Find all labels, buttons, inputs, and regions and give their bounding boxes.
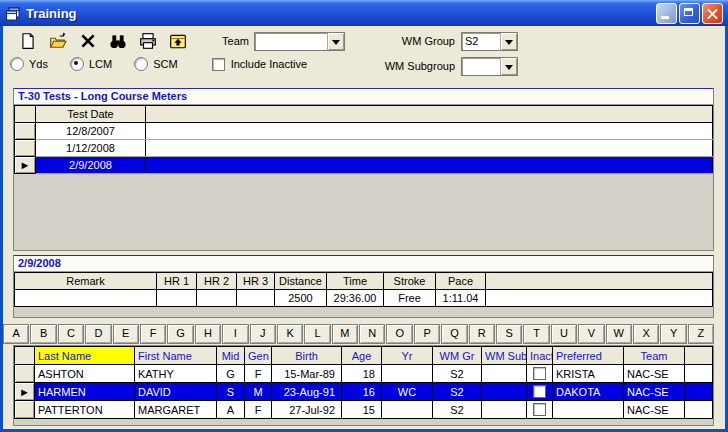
alphabet-button-h[interactable]: H <box>195 324 221 344</box>
swimmer-cell-wm_sub[interactable] <box>482 401 527 419</box>
swimmer-cell-yr[interactable]: WC <box>382 383 433 401</box>
detail-cell[interactable]: Free <box>384 290 436 307</box>
detail-cell[interactable]: 29:36.00 <box>327 290 384 307</box>
row-selector-cell[interactable] <box>15 123 36 140</box>
include-inactive-checkbox[interactable]: Include Inactive <box>212 58 307 71</box>
swimmer-cell-preferred[interactable] <box>553 401 624 419</box>
inactive-checkbox[interactable] <box>533 385 546 398</box>
column-header-mid[interactable]: Mid <box>217 347 245 365</box>
alphabet-button-f[interactable]: F <box>140 324 166 344</box>
column-header-yr[interactable]: Yr <box>382 347 433 365</box>
swimmer-cell-mid[interactable]: S <box>217 383 245 401</box>
swimmer-cell-team[interactable]: NAC-SE <box>624 383 685 401</box>
swimmer-cell-yr[interactable] <box>382 365 433 383</box>
test-date-row[interactable]: 12/8/2007 <box>15 123 713 140</box>
print-icon[interactable] <box>139 32 157 50</box>
alphabet-button-i[interactable]: I <box>222 324 248 344</box>
new-document-icon[interactable] <box>19 32 37 50</box>
swimmer-cell-wm_gr[interactable]: S2 <box>433 365 482 383</box>
column-header-wm-gr[interactable]: WM Gr <box>433 347 482 365</box>
chevron-down-icon[interactable] <box>327 33 344 50</box>
alphabet-button-e[interactable]: E <box>113 324 139 344</box>
alphabet-button-v[interactable]: V <box>578 324 604 344</box>
radio-yds[interactable]: Yds <box>10 57 48 71</box>
swimmer-cell-wm_sub[interactable] <box>482 365 527 383</box>
alphabet-button-s[interactable]: S <box>496 324 522 344</box>
test-date-column-header[interactable]: Test Date <box>36 106 146 123</box>
column-header-first-name[interactable]: First Name <box>135 347 217 365</box>
row-selector-cell[interactable] <box>15 401 35 419</box>
alphabet-button-p[interactable]: P <box>414 324 440 344</box>
test-date-row[interactable]: ►2/9/2008 <box>15 157 713 174</box>
column-header-age[interactable]: Age <box>342 347 382 365</box>
swimmer-cell-wm_sub[interactable] <box>482 383 527 401</box>
test-date-row[interactable]: 1/12/2008 <box>15 140 713 157</box>
alphabet-button-d[interactable]: D <box>85 324 111 344</box>
swimmer-cell-wm_gr[interactable]: S2 <box>433 383 482 401</box>
close-icon[interactable] <box>702 3 723 24</box>
column-header-wm-sub[interactable]: WM Sub <box>482 347 527 365</box>
row-selector-cell[interactable] <box>15 365 35 383</box>
team-combobox[interactable] <box>254 32 345 51</box>
alphabet-button-z[interactable]: Z <box>688 324 714 344</box>
alphabet-button-n[interactable]: N <box>359 324 385 344</box>
inactive-checkbox[interactable] <box>533 367 546 380</box>
minimize-icon[interactable] <box>656 3 677 24</box>
swimmer-cell-gen[interactable]: F <box>245 365 272 383</box>
swimmer-cell-yr[interactable] <box>382 401 433 419</box>
maximize-icon[interactable] <box>679 3 700 24</box>
swimmer-cell-inactive[interactable] <box>527 383 553 401</box>
alphabet-button-g[interactable]: G <box>167 324 193 344</box>
swimmer-cell-mid[interactable]: A <box>217 401 245 419</box>
detail-cell[interactable] <box>237 290 275 307</box>
swimmer-cell-preferred[interactable]: KRISTA <box>553 365 624 383</box>
column-header-team[interactable]: Team <box>624 347 685 365</box>
swimmer-cell-birth[interactable]: 23-Aug-91 <box>272 383 342 401</box>
detail-row[interactable]: 250029:36.00Free1:11.04 <box>15 290 713 307</box>
alphabet-button-q[interactable]: Q <box>441 324 467 344</box>
swimmer-cell-first[interactable]: MARGARET <box>135 401 217 419</box>
column-header-birth[interactable]: Birth <box>272 347 342 365</box>
test-date-cell[interactable]: 2/9/2008 <box>36 157 146 174</box>
test-date-cell[interactable]: 12/8/2007 <box>36 123 146 140</box>
swimmer-cell-age[interactable]: 16 <box>342 383 382 401</box>
swimmer-cell-first[interactable]: DAVID <box>135 383 217 401</box>
folder-up-icon[interactable] <box>169 32 187 50</box>
alphabet-button-b[interactable]: B <box>30 324 56 344</box>
wm-group-combobox[interactable]: S2 <box>461 32 518 51</box>
alphabet-button-u[interactable]: U <box>551 324 577 344</box>
swimmer-row[interactable]: ►HARMENDAVIDSM23-Aug-9116WCS2DAKOTANAC-S… <box>15 383 713 401</box>
swimmer-cell-last[interactable]: ASHTON <box>35 365 135 383</box>
row-selector-cell[interactable] <box>15 140 36 157</box>
alphabet-button-j[interactable]: J <box>250 324 276 344</box>
title-bar[interactable]: Training <box>0 0 728 26</box>
wm-subgroup-combobox[interactable] <box>461 57 518 76</box>
swimmer-cell-inactive[interactable] <box>527 401 553 419</box>
delete-icon[interactable] <box>79 32 97 50</box>
column-header-last-name[interactable]: Last Name <box>35 347 135 365</box>
swimmer-cell-gen[interactable]: F <box>245 401 272 419</box>
detail-cell[interactable]: 2500 <box>275 290 327 307</box>
alphabet-button-x[interactable]: X <box>633 324 659 344</box>
swimmer-cell-last[interactable]: HARMEN <box>35 383 135 401</box>
alphabet-button-w[interactable]: W <box>606 324 632 344</box>
swimmer-cell-team[interactable]: NAC-SE <box>624 365 685 383</box>
alphabet-button-m[interactable]: M <box>332 324 358 344</box>
detail-cell[interactable]: 1:11.04 <box>436 290 486 307</box>
alphabet-button-y[interactable]: Y <box>660 324 686 344</box>
alphabet-button-a[interactable]: A <box>3 324 29 344</box>
alphabet-button-r[interactable]: R <box>469 324 495 344</box>
swimmer-cell-age[interactable]: 15 <box>342 401 382 419</box>
swimmer-cell-last[interactable]: PATTERTON <box>35 401 135 419</box>
test-date-cell[interactable]: 1/12/2008 <box>36 140 146 157</box>
alphabet-button-o[interactable]: O <box>386 324 412 344</box>
find-binoculars-icon[interactable] <box>109 32 127 50</box>
swimmer-row[interactable]: ASHTONKATHYGF15-Mar-8918S2KRISTANAC-SE <box>15 365 713 383</box>
radio-lcm[interactable]: LCM <box>70 57 112 71</box>
detail-cell[interactable] <box>197 290 237 307</box>
swimmer-cell-birth[interactable]: 15-Mar-89 <box>272 365 342 383</box>
column-header-gen[interactable]: Gen <box>245 347 272 365</box>
chevron-down-icon[interactable] <box>500 33 517 50</box>
alphabet-button-t[interactable]: T <box>523 324 549 344</box>
swimmer-cell-first[interactable]: KATHY <box>135 365 217 383</box>
